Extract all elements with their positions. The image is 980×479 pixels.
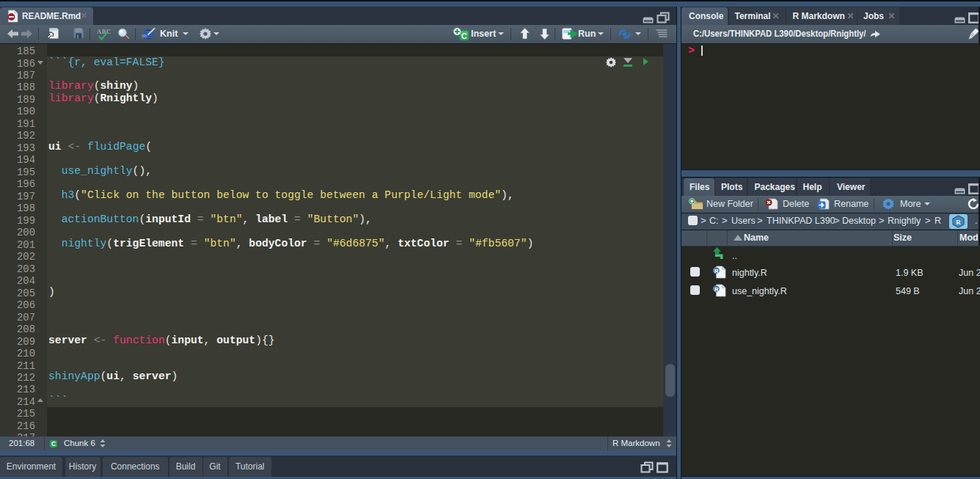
svg-text:R: R xyxy=(714,286,719,293)
svg-text:R: R xyxy=(714,268,719,274)
svg-text:R: R xyxy=(956,219,961,226)
svg-text:C: C xyxy=(461,32,467,40)
